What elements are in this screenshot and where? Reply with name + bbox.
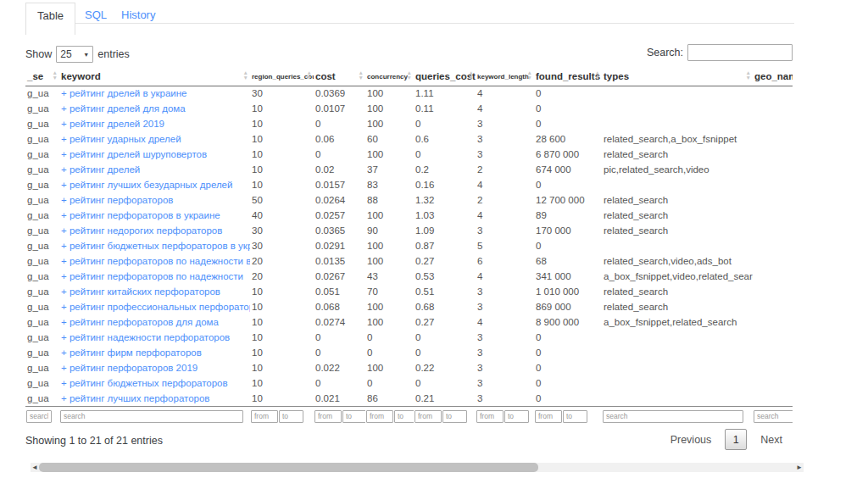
types-cell [602,330,753,345]
scrollbar-thumb[interactable] [39,463,538,472]
keyword-link[interactable]: + рейтинг профессиональных перфораторов [61,302,250,312]
previous-button[interactable]: Previous [660,429,722,451]
queries_cost-cell: 1.03 [414,208,476,223]
concurrency-to-input[interactable] [394,410,414,423]
queries-cost-to-input[interactable] [442,410,467,423]
keyword-link[interactable]: + рейтинг лучших перфораторов [61,393,209,403]
keyword-link[interactable]: + рейтинг перфораторов по надежности [61,271,243,281]
keyword-link[interactable]: + рейтинг дрелей шуруповертов [61,149,207,159]
search-input[interactable] [687,44,793,61]
keyword-link[interactable]: + рейтинг дрелей в украине [61,88,186,98]
keyword-link[interactable]: + рейтинг фирм перфораторов [61,347,202,358]
geo-names-filter-input[interactable] [754,410,793,423]
table-footer-bar: Showing 1 to 21 of 21 entries Previous 1… [25,429,793,454]
tab-table[interactable]: Table [25,3,75,35]
keyword-length-to-input[interactable] [504,410,529,423]
concurrency-cell: 100 [365,314,414,330]
keyword-link[interactable]: + рейтинг бюджетных перфораторов [61,378,228,388]
concurrency-cell: 83 [365,177,414,192]
found_results-cell: 674 000 [534,162,602,177]
table-controls: Show 25 ▼ entries Search: [25,44,793,63]
cost-from-input[interactable] [314,410,342,423]
found_results-cell: 0 [534,116,602,131]
page-1-button[interactable]: 1 [725,429,747,450]
concurrency-cell: 100 [365,299,414,314]
queries_cost-cell: 0.6 [414,131,476,147]
keyword-cell: + рейтинг дрелей 2019 [59,116,250,131]
se-cell: g_ua [25,299,59,314]
table-body: g_ua+ рейтинг дрелей в украине300.036910… [25,86,793,406]
types-cell: related_search [602,208,753,223]
geo_names-cell [753,116,793,131]
keyword-link[interactable]: + рейтинг перфораторов [61,195,173,205]
concurrency-from-input[interactable] [366,410,393,423]
types-cell: related_search [602,192,753,208]
types-filter-input[interactable] [603,410,743,423]
region-queries-from-input[interactable] [251,410,278,423]
region_queries_count-cell: 10 [250,131,314,147]
types-cell [602,101,753,116]
types-cell [602,375,753,391]
column-header-found-results[interactable]: found_results▲▼ [534,68,602,86]
scroll-left-arrow-icon[interactable]: ◄ [31,463,39,472]
types-cell: related_search [602,147,753,162]
tab-sql[interactable]: SQL [85,8,107,21]
cost-to-input[interactable] [342,410,365,423]
keyword-link[interactable]: + рейтинг бюджетных перфораторов в украи… [61,241,250,251]
horizontal-scrollbar[interactable]: ◄ ► [31,463,804,472]
cost-cell: 0.0107 [314,101,365,116]
found_results-cell: 0 [534,238,602,253]
tab-bar: Table SQL History [25,0,868,37]
sort-icon: ▲▼ [746,70,751,81]
keyword-link[interactable]: + рейтинг лучших безударных дрелей [61,180,232,190]
geo_names-cell [753,330,793,345]
column-header-cost[interactable]: cost▲▼ [314,68,365,86]
keyword-link[interactable]: + рейтинг перфораторов в украине [61,210,220,220]
column-header-queries-cost[interactable]: queries_cost▲▼ [414,68,476,86]
column-header-keyword[interactable]: keyword▲▼ [59,68,250,86]
column-header-geo-names[interactable]: geo_nam [753,68,793,86]
found-results-from-input[interactable] [535,410,562,423]
concurrency-cell: 70 [365,284,414,299]
tab-history[interactable]: History [121,8,155,21]
queries-cost-from-input[interactable] [415,410,442,423]
scrollbar-track[interactable] [39,463,795,472]
keyword-link[interactable]: + рейтинг дрелей для дома [61,103,186,114]
keyword-link[interactable]: + рейтинг дрелей 2019 [61,119,164,129]
queries_cost-cell: 0.27 [414,314,476,330]
keyword-link[interactable]: + рейтинг китайских перфораторов [61,286,220,297]
column-header-types[interactable]: types▲▼ [602,68,753,86]
keyword-filter-input[interactable] [60,410,243,423]
region_queries_count-cell: 10 [250,299,314,314]
keyword-link[interactable]: + рейтинг перфораторов по надежности в у… [61,256,250,266]
se-filter-input[interactable] [26,410,52,423]
keyword-link[interactable]: + рейтинг перфораторов 2019 [61,363,198,373]
table-row: g_ua+ рейтинг бюджетных перфораторов1000… [25,375,793,391]
column-header-se[interactable]: _se▲▼ [25,68,59,86]
keyword-length-from-input[interactable] [476,410,504,423]
keyword-link[interactable]: + рейтинг недорогих перфораторов [61,225,222,236]
scroll-right-arrow-icon[interactable]: ► [795,463,804,472]
entries-select[interactable]: 25 ▼ [56,46,93,63]
found_results-cell: 28 600 [534,131,602,147]
column-label: _se [27,71,43,81]
region-queries-to-input[interactable] [279,410,303,423]
next-button[interactable]: Next [750,429,793,451]
cost-cell: 0 [314,345,365,360]
keyword-link[interactable]: + рейтинг дрелей [61,164,140,175]
keyword_length-cell: 3 [476,375,534,391]
column-header-concurrency[interactable]: concurrency▲▼ [365,68,414,86]
table-row: g_ua+ рейтинг профессиональных перфорато… [25,299,793,314]
column-header-keyword-length[interactable]: keyword_length▲▼ [476,68,534,86]
column-header-region-queries-count[interactable]: region_queries_count▲▼ [250,68,314,86]
keyword-link[interactable]: + рейтинг надежности перфораторов [61,332,230,342]
found-results-to-input[interactable] [563,410,587,423]
sort-icon: ▲▼ [595,70,600,81]
filter-cell-region-queries-count [250,406,314,425]
geo_names-cell [753,101,793,116]
keyword-link[interactable]: + рейтинг ударных дрелей [61,134,181,144]
se-cell: g_ua [25,375,59,391]
keyword-link[interactable]: + рейтинг перфораторов для дома [61,317,219,327]
show-label: Show [25,48,52,60]
queries_cost-cell: 0 [414,147,476,162]
